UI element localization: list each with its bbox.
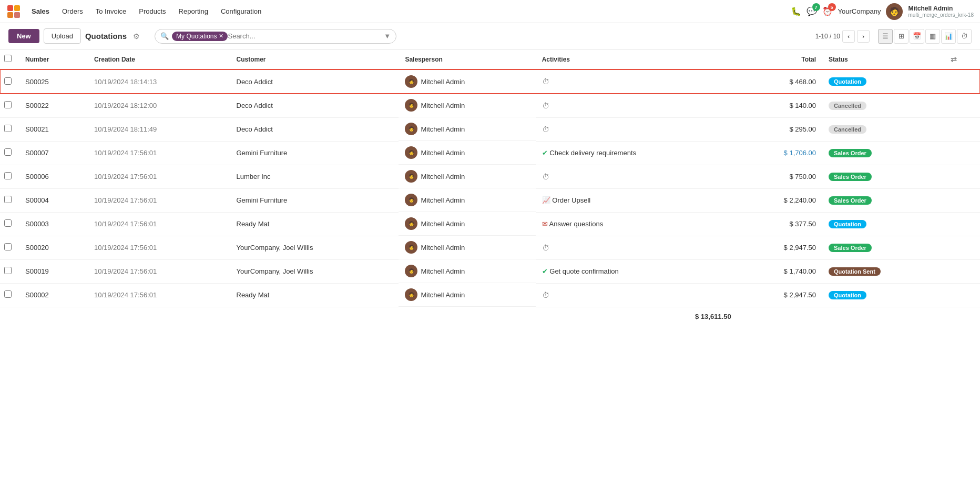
filter-tag[interactable]: My Quotations ✕ [172,32,228,41]
row-checkbox-cell[interactable] [0,69,19,94]
row-activity[interactable]: ⏱ [536,69,738,94]
row-checkbox[interactable] [4,148,12,156]
row-activity[interactable]: ⏱ [536,94,738,117]
table-row[interactable]: S0000410/19/2024 17:56:01Gemini Furnitur… [0,188,980,212]
row-customer[interactable]: Gemini Furniture [230,141,399,165]
salesperson-name: Mitchell Admin [421,149,465,157]
col-status[interactable]: Status [822,49,944,69]
row-checkbox-cell[interactable] [0,236,19,259]
col-adjust[interactable]: ⇄ [944,49,980,69]
row-activity[interactable]: ⏱ [536,283,738,307]
row-customer[interactable]: Deco Addict [230,94,399,117]
row-activity[interactable]: 📈 Order Upsell [536,188,738,212]
chat-icon[interactable]: 💬 7 [807,6,817,16]
row-number: S00021 [19,117,88,141]
table-row[interactable]: S0002010/19/2024 17:56:01YourCompany, Jo… [0,236,980,259]
table-row[interactable]: S0000210/19/2024 17:56:01Ready Mat🧑Mitch… [0,283,980,307]
table-view-button[interactable]: ▦ [925,29,940,44]
col-activities[interactable]: Activities [536,49,738,69]
bug-icon[interactable]: 🐛 [791,6,801,16]
filter-remove[interactable]: ✕ [219,33,223,39]
row-checkbox-cell[interactable] [0,117,19,141]
row-customer[interactable]: YourCompany, Joel Willis [230,236,399,259]
table-row[interactable]: S0000710/19/2024 17:56:01Gemini Furnitur… [0,141,980,165]
row-checkbox-cell[interactable] [0,283,19,307]
row-customer[interactable]: YourCompany, Joel Willis [230,259,399,283]
row-customer[interactable]: Deco Addict [230,117,399,141]
row-checkbox[interactable] [4,172,12,179]
row-checkbox[interactable] [4,290,12,298]
row-extra [944,165,980,188]
settings-icon[interactable]: ⚙ [133,32,140,41]
row-checkbox[interactable] [4,243,12,250]
status-badge: Sales Order [829,244,872,252]
row-activity[interactable]: ⏱ [536,117,738,141]
nav-sales[interactable]: Sales [26,4,55,18]
company-name[interactable]: YourCompany [838,7,881,15]
row-customer[interactable]: Gemini Furniture [230,188,399,212]
row-customer[interactable]: Deco Addict [230,69,399,94]
row-customer[interactable]: Ready Mat [230,283,399,307]
row-checkbox[interactable] [4,196,12,203]
select-all-header[interactable] [0,49,19,69]
row-checkbox[interactable] [4,267,12,274]
nav-reporting[interactable]: Reporting [173,4,213,18]
row-checkbox-cell[interactable] [0,94,19,117]
table-row[interactable]: S0002210/19/2024 18:12:00Deco Addict🧑Mit… [0,94,980,117]
user-info[interactable]: Mitchell Admin multi_merge_orders_knk-18 [908,5,974,18]
clock-icon[interactable]: ⏰ 5 [822,6,833,16]
calendar-view-button[interactable]: 📅 [910,29,924,44]
col-number[interactable]: Number [19,49,88,69]
row-checkbox[interactable] [4,77,12,85]
row-customer[interactable]: Ready Mat [230,212,399,236]
upload-button[interactable]: Upload [44,28,81,44]
row-customer[interactable]: Lumber Inc [230,165,399,188]
row-activity[interactable]: ⏱ [536,236,738,259]
user-avatar[interactable]: 🧑 [886,3,903,20]
status-badge: Sales Order [829,149,872,157]
row-extra [944,212,980,236]
search-dropdown-arrow[interactable]: ▼ [384,32,391,40]
chart-view-button[interactable]: 📊 [941,29,956,44]
row-activity[interactable]: ✔ Check delivery requirements [536,141,738,165]
list-view-button[interactable]: ☰ [878,29,893,44]
search-input[interactable] [228,32,382,40]
nav-products[interactable]: Products [134,4,171,18]
table-row[interactable]: S0001910/19/2024 17:56:01YourCompany, Jo… [0,259,980,283]
col-total[interactable]: Total [738,49,822,69]
activity-text: Get quote confirmation [549,267,619,275]
row-checkbox[interactable] [4,101,12,108]
row-date: 10/19/2024 17:56:01 [88,188,230,212]
table-row[interactable]: S0002510/19/2024 18:14:13Deco Addict🧑Mit… [0,69,980,94]
status-badge: Quotation Sent [829,267,881,276]
row-activity[interactable]: ⏱ [536,165,738,188]
col-creation-date[interactable]: Creation Date [88,49,230,69]
nav-to-invoice[interactable]: To Invoice [90,4,132,18]
table-row[interactable]: S0000310/19/2024 17:56:01Ready Mat🧑Mitch… [0,212,980,236]
table-row[interactable]: S0002110/19/2024 18:11:49Deco Addict🧑Mit… [0,117,980,141]
new-button[interactable]: New [8,29,39,43]
activity-view-button[interactable]: ⏱ [957,29,972,44]
row-checkbox-cell[interactable] [0,188,19,212]
prev-page-button[interactable]: ‹ [842,30,855,43]
table-row[interactable]: S0000610/19/2024 17:56:01Lumber Inc🧑Mitc… [0,165,980,188]
user-sub: multi_merge_orders_knk-18 [908,12,974,18]
kanban-view-button[interactable]: ⊞ [894,29,908,44]
row-extra [944,141,980,165]
row-checkbox-cell[interactable] [0,212,19,236]
row-checkbox[interactable] [4,125,12,132]
nav-configuration[interactable]: Configuration [216,4,267,18]
select-all-checkbox[interactable] [4,55,12,62]
nav-orders[interactable]: Orders [57,4,88,18]
row-status: Sales Order [822,188,944,212]
row-activity[interactable]: ✉ Answer questions [536,212,738,236]
row-checkbox-cell[interactable] [0,141,19,165]
col-customer[interactable]: Customer [230,49,399,69]
col-salesperson[interactable]: Salesperson [399,49,535,69]
next-page-button[interactable]: › [857,30,870,43]
row-checkbox-cell[interactable] [0,165,19,188]
row-activity[interactable]: ✔ Get quote confirmation [536,259,738,283]
row-checkbox-cell[interactable] [0,259,19,283]
row-checkbox[interactable] [4,219,12,227]
app-logo[interactable] [6,4,21,19]
